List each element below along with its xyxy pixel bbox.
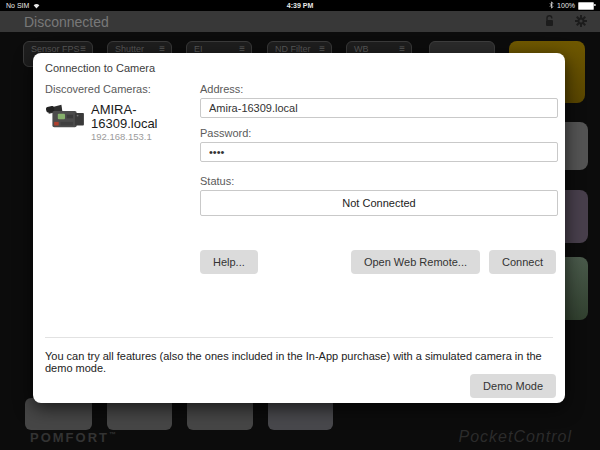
discovered-camera-item[interactable]: AMIRA-16309.local 192.168.153.1 (45, 103, 195, 142)
password-label: Password: (200, 127, 558, 139)
app-title-bar: Disconnected (0, 11, 600, 32)
gear-icon[interactable] (575, 13, 587, 31)
status-bar: No SIM 4:39 PM 100% (0, 0, 600, 11)
camera-ip: 192.168.153.1 (91, 131, 195, 142)
status-value: Not Connected (200, 190, 558, 216)
dialog-title: Connection to Camera (45, 62, 155, 74)
discovered-cameras-label: Discovered Cameras: (45, 83, 195, 95)
address-label: Address: (200, 83, 558, 95)
clock: 4:39 PM (0, 2, 600, 9)
help-button[interactable]: Help... (200, 250, 258, 274)
address-input[interactable] (200, 98, 558, 118)
camera-icon (45, 103, 85, 132)
connection-dialog: Connection to Camera Discovered Cameras: (33, 53, 565, 403)
camera-name: AMIRA-16309.local (91, 103, 195, 131)
demo-mode-note: You can try all features (also the ones … (45, 350, 553, 374)
open-web-remote-button[interactable]: Open Web Remote... (351, 250, 480, 274)
connection-state-title: Disconnected (0, 14, 109, 30)
pomfort-logo: POMFORT™ (30, 430, 116, 445)
dialog-divider (45, 337, 553, 338)
status-label: Status: (200, 175, 558, 187)
pocketcontrol-logo: PocketControl (459, 428, 573, 446)
battery-icon (578, 2, 594, 10)
lock-icon[interactable] (544, 13, 555, 31)
connect-button[interactable]: Connect (489, 250, 556, 274)
demo-mode-button[interactable]: Demo Mode (470, 374, 556, 398)
password-input[interactable] (200, 142, 558, 162)
